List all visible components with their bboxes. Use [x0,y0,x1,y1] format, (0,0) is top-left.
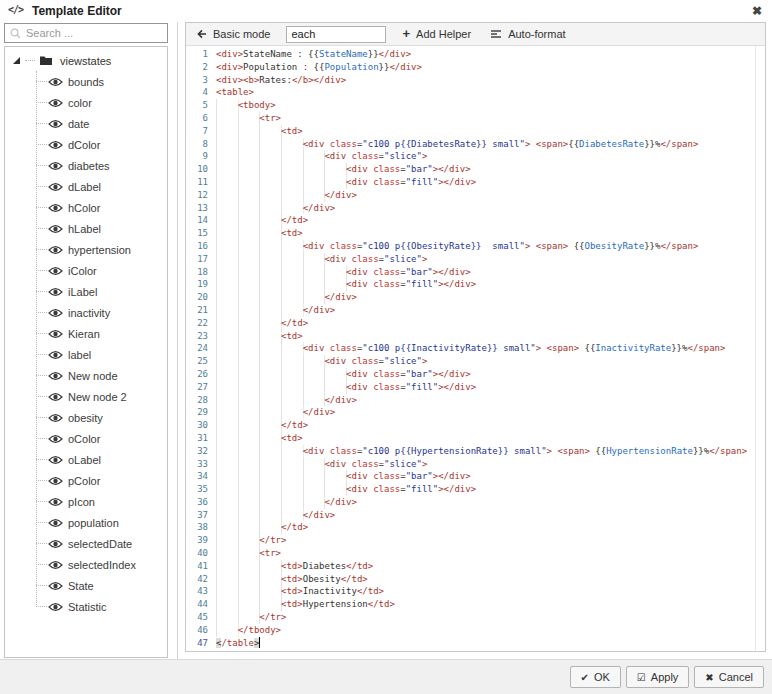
tree-item-olabel[interactable]: oLabel [5,449,167,470]
tree-item-diabetes[interactable]: diabetes [5,155,167,176]
editor-pane: Basic mode + Add Helper Auto-format 1<di… [185,22,766,652]
line-number: 20 [186,291,208,304]
code-line[interactable]: 10 <div class="bar"></div> [186,163,765,176]
code-line[interactable]: 25 <div class="slice"> [186,355,765,368]
tree-item-dlabel[interactable]: dLabel [5,176,167,197]
code-line[interactable]: 13 </div> [186,202,765,215]
tree-item-label[interactable]: label [5,344,167,365]
code-line[interactable]: 4<table> [186,86,765,99]
scrollbar-track[interactable] [755,46,756,651]
code-line[interactable]: 32 <div class="c100 p{{HypertensionRate}… [186,445,765,458]
code-line[interactable]: 5 <tbody> [186,99,765,112]
tree-item-pcolor[interactable]: pColor [5,470,167,491]
code-line[interactable]: 24 <div class="c100 p{{InactivityRate}} … [186,342,765,355]
code-line[interactable]: 28 </div> [186,394,765,407]
tree-item-population[interactable]: population [5,512,167,533]
line-number: 6 [186,112,208,125]
code-line[interactable]: 33 <div class="slice"> [186,458,765,471]
tree-item-icolor[interactable]: iColor [5,260,167,281]
tree-item-hypertension[interactable]: hypertension [5,239,167,260]
tree-item-dcolor[interactable]: dColor [5,134,167,155]
code-line[interactable]: 11 <div class="fill"></div> [186,176,765,189]
code-line[interactable]: 42 <td>Obesity</td> [186,573,765,586]
code-line[interactable]: 29 </div> [186,406,765,419]
tree-item-new-node-2[interactable]: New node 2 [5,386,167,407]
code-text: <div class="fill"></div> [216,381,476,394]
tree-item-ilabel[interactable]: iLabel [5,281,167,302]
add-helper-button[interactable]: + Add Helper [399,26,474,42]
code-line[interactable]: 15 <td> [186,227,765,240]
tree-item-selecteddate[interactable]: selectedDate [5,533,167,554]
tree-item-hlabel[interactable]: hLabel [5,218,167,239]
code-line[interactable]: 35 <div class="fill"></div> [186,483,765,496]
tree-item-inactivity[interactable]: inactivity [5,302,167,323]
code-line[interactable]: 2<div>Population : {{Population}}</div> [186,61,765,74]
code-line[interactable]: 17 <div class="slice"> [186,253,765,266]
helper-name-input[interactable] [286,26,386,43]
code-line[interactable]: 43 <td>Inactivity</td> [186,585,765,598]
tree-item-label: Statistic [68,601,107,613]
code-line[interactable]: 40 <tr> [186,547,765,560]
code-line[interactable]: 12 </div> [186,189,765,202]
tree-item-kieran[interactable]: Kieran [5,323,167,344]
code-line[interactable]: 7 <td> [186,125,765,138]
tree-item-obesity[interactable]: obesity [5,407,167,428]
code-line[interactable]: 19 <div class="fill"></div> [186,278,765,291]
expand-triangle-icon[interactable] [12,56,21,65]
eye-icon [48,371,63,381]
tree-item-color[interactable]: color [5,92,167,113]
tree-item-state[interactable]: State [5,575,167,596]
code-line[interactable]: 9 <div class="slice"> [186,150,765,163]
code-line[interactable]: 16 <div class="c100 p{{ObesityRate}} sma… [186,240,765,253]
tree-item-new-node[interactable]: New node [5,365,167,386]
cancel-button[interactable]: ✖ Cancel [694,666,764,688]
code-line[interactable]: 3<div><b>Rates:</b></div> [186,74,765,87]
tree-item-ocolor[interactable]: oColor [5,428,167,449]
code-line[interactable]: 47</table> [186,637,765,650]
basic-mode-button[interactable]: Basic mode [194,26,273,42]
tree-item-statistic[interactable]: Statistic [5,596,167,617]
code-line[interactable]: 27 <div class="fill"></div> [186,381,765,394]
tree-item-bounds[interactable]: bounds [5,71,167,92]
code-line[interactable]: 45 </tr> [186,611,765,624]
code-line[interactable]: 46 </tbody> [186,624,765,637]
tree-item-selectedindex[interactable]: selectedIndex [5,554,167,575]
tree-item-label: selectedDate [68,538,132,550]
code-line[interactable]: 20 </div> [186,291,765,304]
code-line[interactable]: 41 <td>Diabetes</td> [186,560,765,573]
code-line[interactable]: 26 <div class="bar"></div> [186,368,765,381]
eye-icon [48,455,63,465]
tree-item-picon[interactable]: pIcon [5,491,167,512]
code-line[interactable]: 34 <div class="bar"></div> [186,470,765,483]
code-line[interactable]: 8 <div class="c100 p{{DiabetesRate}} sma… [186,138,765,151]
tree-item-date[interactable]: date [5,113,167,134]
code-line[interactable]: 37 </div> [186,509,765,522]
code-line[interactable]: 30 </td> [186,419,765,432]
code-text: </div> [216,394,357,407]
apply-button[interactable]: ☑ Apply [626,666,690,688]
tree-item-label: selectedIndex [68,559,136,571]
code-line[interactable]: 44 <td>Hypertension</td> [186,598,765,611]
ok-button[interactable]: ✔ OK [570,666,621,688]
code-line[interactable]: 23 <td> [186,330,765,343]
code-line[interactable]: 22 </td> [186,317,765,330]
tree-item-hcolor[interactable]: hColor [5,197,167,218]
pane-divider[interactable] [177,22,178,659]
code-line[interactable]: 39 </tr> [186,534,765,547]
close-button[interactable]: ✖ [752,2,762,20]
code-line[interactable]: 31 <td> [186,432,765,445]
code-line[interactable]: 14 </td> [186,214,765,227]
auto-format-button[interactable]: Auto-format [487,26,568,42]
code-line[interactable]: 36 </div> [186,496,765,509]
code-line[interactable]: 21 </div> [186,304,765,317]
code-line[interactable]: 1<div>StateName : {{StateName}}</div> [186,48,765,61]
search-input[interactable] [26,27,168,39]
code-editor[interactable]: 1<div>StateName : {{StateName}}</div>2<d… [186,46,765,651]
footer: ✔ OK ☑ Apply ✖ Cancel [0,659,772,694]
code-text: <div class="slice"> [216,253,427,266]
eye-icon [48,77,63,87]
code-line[interactable]: 6 <tr> [186,112,765,125]
code-line[interactable]: 18 <div class="bar"></div> [186,266,765,279]
code-line[interactable]: 38 </td> [186,521,765,534]
tree-root-viewstates[interactable]: viewstates [5,50,167,71]
